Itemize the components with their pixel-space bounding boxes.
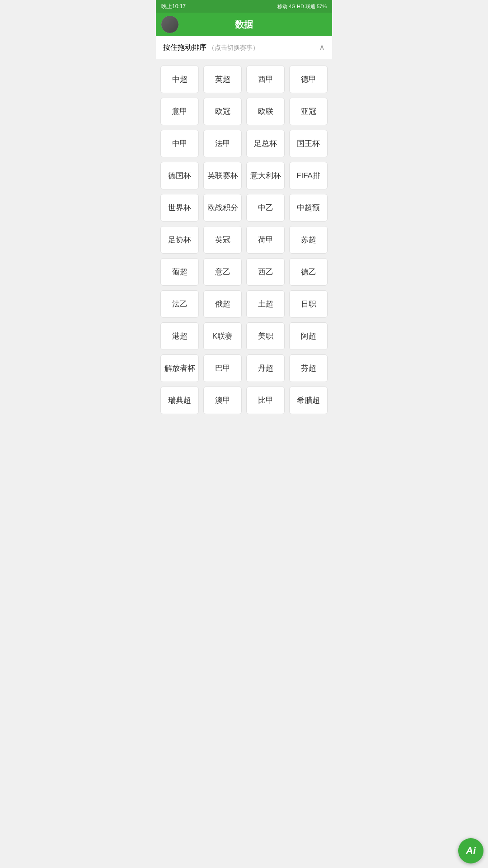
league-grid: 中超英超西甲德甲意甲欧冠欧联亚冠中甲法甲足总杯国王杯德国杯英联赛杯意大利杯FIF… <box>156 59 332 420</box>
league-item-43[interactable]: 希腊超 <box>289 387 328 414</box>
league-item-20[interactable]: 足协杯 <box>160 226 199 254</box>
status-time: 晚上10:17 <box>161 3 186 10</box>
league-item-33[interactable]: K联赛 <box>203 322 242 350</box>
league-item-32[interactable]: 港超 <box>160 322 199 350</box>
sort-bar-sub-text: （点击切换赛事） <box>208 44 259 51</box>
status-icons: 移动 4G HD 联通 57% <box>277 3 327 10</box>
league-item-39[interactable]: 芬超 <box>289 354 328 382</box>
collapse-icon[interactable]: ∧ <box>319 42 325 52</box>
league-item-8[interactable]: 中甲 <box>160 130 199 157</box>
league-item-41[interactable]: 澳甲 <box>203 387 242 414</box>
league-item-18[interactable]: 中乙 <box>246 194 285 222</box>
league-item-35[interactable]: 阿超 <box>289 322 328 350</box>
league-item-11[interactable]: 国王杯 <box>289 130 328 157</box>
league-item-4[interactable]: 意甲 <box>160 98 199 125</box>
league-item-38[interactable]: 丹超 <box>246 354 285 382</box>
league-item-28[interactable]: 法乙 <box>160 290 199 318</box>
league-item-24[interactable]: 葡超 <box>160 258 199 286</box>
league-item-22[interactable]: 荷甲 <box>246 226 285 254</box>
league-item-12[interactable]: 德国杯 <box>160 162 199 189</box>
league-item-29[interactable]: 俄超 <box>203 290 242 318</box>
sort-bar[interactable]: 按住拖动排序 （点击切换赛事） ∧ <box>156 36 332 59</box>
league-item-13[interactable]: 英联赛杯 <box>203 162 242 189</box>
league-item-5[interactable]: 欧冠 <box>203 98 242 125</box>
page-title: 数据 <box>235 19 253 31</box>
league-item-19[interactable]: 中超预 <box>289 194 328 222</box>
league-item-10[interactable]: 足总杯 <box>246 130 285 157</box>
league-item-42[interactable]: 比甲 <box>246 387 285 414</box>
league-item-7[interactable]: 亚冠 <box>289 98 328 125</box>
league-item-40[interactable]: 瑞典超 <box>160 387 199 414</box>
league-item-2[interactable]: 西甲 <box>246 66 285 93</box>
league-item-27[interactable]: 德乙 <box>289 258 328 286</box>
league-item-30[interactable]: 土超 <box>246 290 285 318</box>
app-header: 数据 <box>156 13 332 36</box>
league-item-16[interactable]: 世界杯 <box>160 194 199 222</box>
league-item-36[interactable]: 解放者杯 <box>160 354 199 382</box>
avatar-image <box>161 16 178 33</box>
league-item-3[interactable]: 德甲 <box>289 66 328 93</box>
league-item-21[interactable]: 英冠 <box>203 226 242 254</box>
league-item-6[interactable]: 欧联 <box>246 98 285 125</box>
league-item-37[interactable]: 巴甲 <box>203 354 242 382</box>
league-item-0[interactable]: 中超 <box>160 66 199 93</box>
league-item-23[interactable]: 苏超 <box>289 226 328 254</box>
league-item-17[interactable]: 欧战积分 <box>203 194 242 222</box>
league-item-9[interactable]: 法甲 <box>203 130 242 157</box>
sort-bar-main-text: 按住拖动排序 <box>163 43 206 51</box>
sort-bar-label: 按住拖动排序 （点击切换赛事） <box>163 43 259 52</box>
league-item-26[interactable]: 西乙 <box>246 258 285 286</box>
status-bar: 晚上10:17 移动 4G HD 联通 57% <box>156 0 332 13</box>
league-item-14[interactable]: 意大利杯 <box>246 162 285 189</box>
league-item-34[interactable]: 美职 <box>246 322 285 350</box>
league-item-25[interactable]: 意乙 <box>203 258 242 286</box>
league-item-15[interactable]: FIFA排 <box>289 162 328 189</box>
league-item-1[interactable]: 英超 <box>203 66 242 93</box>
league-item-31[interactable]: 日职 <box>289 290 328 318</box>
avatar[interactable] <box>161 16 178 33</box>
